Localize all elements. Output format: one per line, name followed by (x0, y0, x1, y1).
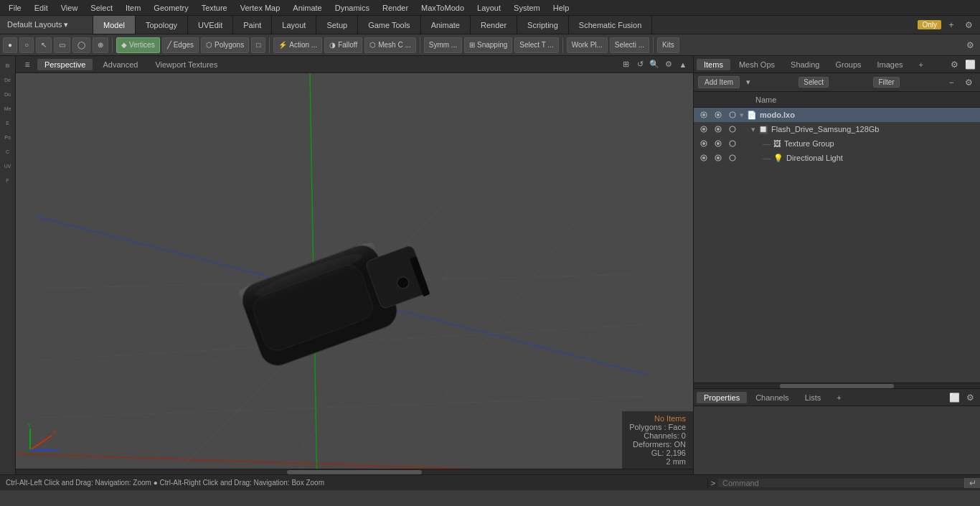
sidebar-btn-8[interactable]: UV (1, 159, 14, 172)
viewport[interactable]: No Items Polygons : Face Channels: 0 Def… (16, 73, 693, 469)
items-scrollbar-thumb[interactable] (780, 384, 895, 388)
layout-tab-layout[interactable]: Layout (272, 16, 316, 34)
item-lock-modo-lxo[interactable] (725, 111, 740, 119)
prop-maximize-icon[interactable]: ⬜ (947, 390, 961, 405)
layout-tab-model[interactable]: Model (93, 16, 136, 34)
tool-mesh[interactable]: □ (251, 37, 265, 53)
tool-select-circle[interactable]: ◯ (72, 37, 90, 53)
layout-tab-animate[interactable]: Animate (421, 16, 471, 34)
right-tab-images[interactable]: Images (870, 59, 910, 70)
tool-work-pl[interactable]: Work Pl... (567, 37, 608, 53)
tool-snapping[interactable]: ⊞ Snapping (464, 37, 512, 53)
tool-selecti[interactable]: Selecti ... (610, 37, 649, 53)
items-row-texture-group[interactable]: — 🖼 Texture Group (694, 136, 980, 151)
layout-add-icon[interactable]: + (944, 18, 958, 32)
item-render-flash[interactable] (711, 125, 725, 133)
items-row-flash-drive[interactable]: ▾ 🔲 Flash_Drive_Samsung_128Gb (694, 122, 980, 136)
menu-select[interactable]: Select (85, 2, 118, 14)
items-settings-icon[interactable]: ⚙ (961, 75, 976, 90)
item-collapse-flash[interactable]: ▾ (751, 125, 755, 134)
layout-tab-paint[interactable]: Paint (233, 16, 272, 34)
toolbar-settings-icon[interactable]: ⚙ (963, 38, 977, 52)
prop-settings-icon[interactable]: ⚙ (963, 390, 977, 405)
command-execute-icon[interactable]: ↵ (964, 478, 980, 488)
prop-tab-add[interactable]: + (829, 392, 848, 403)
menu-geometry[interactable]: Geometry (148, 2, 194, 14)
menu-file[interactable]: File (3, 2, 27, 14)
tool-falloff[interactable]: ◑ Falloff (324, 37, 362, 53)
prop-tab-properties[interactable]: Properties (697, 392, 747, 403)
items-scrollbar-h[interactable] (694, 383, 980, 388)
item-vis-texture[interactable] (697, 139, 711, 148)
menu-texture[interactable]: Texture (196, 2, 233, 14)
sidebar-btn-5[interactable]: E (1, 116, 14, 129)
viewport-icon-3[interactable]: 🔍 (649, 59, 660, 70)
menu-view[interactable]: View (55, 2, 84, 14)
sidebar-btn-6[interactable]: Po (1, 131, 14, 144)
viewport-icon-1[interactable]: ⊞ (620, 59, 631, 70)
layout-tab-render[interactable]: Render (471, 16, 517, 34)
layout-dropdown[interactable]: Default Layouts ▾ (0, 16, 93, 34)
scrollbar-thumb-h[interactable] (287, 470, 423, 474)
layout-tab-schematic-fusion[interactable]: Schematic Fusion (569, 16, 652, 34)
item-render-light[interactable] (711, 154, 725, 162)
menu-animate[interactable]: Animate (287, 2, 327, 14)
menu-system[interactable]: System (508, 2, 546, 14)
item-vis-modo-lxo[interactable] (697, 111, 711, 119)
viewport-icon-2[interactable]: ↺ (634, 59, 646, 70)
menu-help[interactable]: Help (547, 2, 575, 14)
right-tab-groups[interactable]: Groups (828, 59, 868, 70)
sidebar-btn-1[interactable]: Bi (1, 59, 14, 72)
menu-dynamics[interactable]: Dynamics (329, 2, 375, 14)
viewport-icon-4[interactable]: ⚙ (663, 59, 674, 70)
right-panel-settings-icon[interactable]: ⚙ (947, 57, 961, 72)
right-tab-shading[interactable]: Shading (783, 59, 826, 70)
tool-circle[interactable]: ○ (19, 37, 34, 53)
viewport-icon-5[interactable]: ▲ (677, 59, 689, 70)
menu-layout[interactable]: Layout (471, 2, 507, 14)
prop-tab-channels[interactable]: Channels (748, 392, 796, 403)
viewport-tab-perspective[interactable]: Perspective (37, 59, 93, 70)
tool-edges[interactable]: ╱ Edges (162, 37, 199, 53)
tool-vertices[interactable]: ◆ Vertices (116, 37, 160, 53)
items-minus-icon[interactable]: − (944, 75, 958, 90)
tool-cursor[interactable]: ↖ (36, 37, 52, 53)
items-row-modo-lxo[interactable]: ▾ 📄 modo.lxo (694, 108, 980, 122)
viewport-menu-icon[interactable]: ≡ (20, 57, 34, 72)
prop-tab-lists[interactable]: Lists (798, 392, 829, 403)
add-item-button[interactable]: Add Item (698, 76, 740, 88)
layout-tab-uvedit[interactable]: UVEdit (188, 16, 233, 34)
sidebar-btn-4[interactable]: Me (1, 102, 14, 115)
viewport-tab-advanced[interactable]: Advanced (95, 59, 145, 70)
item-render-modo-lxo[interactable] (711, 111, 725, 119)
tool-dot[interactable]: ● (3, 37, 17, 53)
item-lock-flash[interactable] (725, 125, 740, 133)
right-tab-items[interactable]: Items (697, 59, 730, 70)
menu-edit[interactable]: Edit (29, 2, 54, 14)
select-button[interactable]: Select (798, 77, 829, 88)
tool-action[interactable]: ⚡ Action ... (273, 37, 322, 53)
menu-vertex-map[interactable]: Vertex Map (235, 2, 286, 14)
items-row-dir-light[interactable]: — 💡 Directional Light (694, 151, 980, 165)
right-panel-maximize-icon[interactable]: ⬜ (963, 57, 977, 72)
layout-tab-setup[interactable]: Setup (316, 16, 358, 34)
layout-tab-game-tools[interactable]: Game Tools (358, 16, 421, 34)
sidebar-btn-7[interactable]: C (1, 145, 14, 158)
item-vis-light[interactable] (697, 154, 711, 162)
tool-polygons[interactable]: ⬡ Polygons (201, 37, 249, 53)
horizontal-scrollbar[interactable] (16, 469, 693, 474)
item-collapse-modo-lxo[interactable]: ▾ (740, 111, 744, 120)
command-input[interactable] (718, 479, 964, 487)
right-tab-add[interactable]: + (912, 59, 930, 70)
filter-button[interactable]: Filter (873, 77, 899, 88)
sidebar-btn-3[interactable]: Du (1, 88, 14, 100)
menu-maxtomodo[interactable]: MaxToModo (415, 2, 470, 14)
layout-tab-topology[interactable]: Topology (136, 16, 188, 34)
item-vis-flash[interactable] (697, 125, 711, 133)
tool-transform[interactable]: ⊕ (93, 37, 108, 53)
right-tab-mesh-ops[interactable]: Mesh Ops (732, 59, 782, 70)
tool-symmetry[interactable]: Symm ... (424, 37, 462, 53)
item-lock-light[interactable] (725, 154, 740, 162)
tool-kits[interactable]: Kits (657, 37, 679, 53)
menu-render[interactable]: Render (377, 2, 414, 14)
